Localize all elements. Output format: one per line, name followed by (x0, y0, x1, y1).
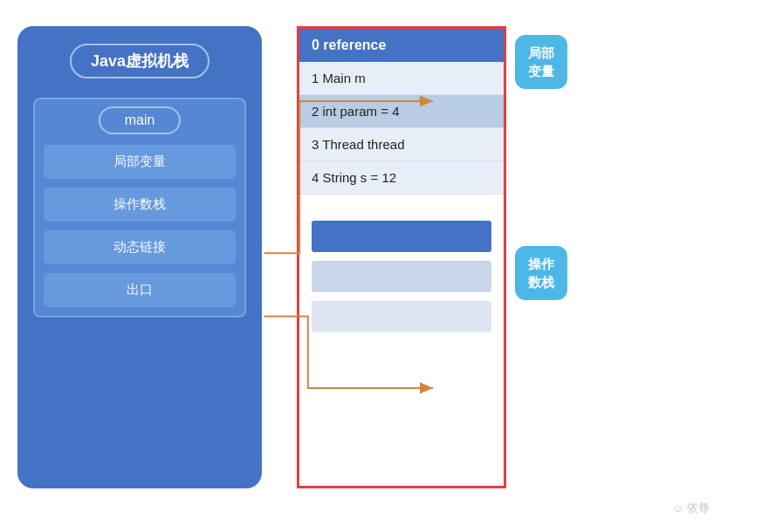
main-container: Java虚拟机栈 main 局部变量 操作数栈 动态链接 出口 (0, 0, 762, 515)
jvm-title: Java虚拟机栈 (70, 44, 209, 78)
table-row-2: 2 int param = 4 (299, 95, 504, 128)
operand-row-3 (312, 301, 491, 332)
frame-title: main (99, 106, 182, 134)
frame-title-wrapper: main (35, 99, 244, 145)
jvm-title-wrapper: Java虚拟机栈 (33, 44, 246, 78)
local-var-label: 局部变量 (515, 35, 567, 89)
operand-row-1 (312, 221, 491, 252)
frame-item-operand-stack: 操作数栈 (44, 188, 236, 222)
operand-stack-label: 操作数栈 (515, 246, 567, 300)
table-spacer (299, 194, 504, 221)
operand-row-2 (312, 261, 491, 292)
frame-item-local-var: 局部变量 (44, 145, 236, 179)
table-row-4: 4 String s = 12 (299, 161, 504, 194)
frame-item-exit: 出口 (44, 273, 236, 307)
label-area: 局部变量 操作数栈 (515, 26, 567, 300)
watermark: ☺ 依尊 (672, 501, 710, 516)
frame-items: 局部变量 操作数栈 动态链接 出口 (35, 145, 244, 316)
jvm-stack: Java虚拟机栈 main 局部变量 操作数栈 动态链接 出口 (17, 26, 262, 488)
frame-item-dynamic-link: 动态链接 (44, 230, 236, 264)
operand-section (299, 221, 504, 344)
table-row-1: 1 Main m (299, 62, 504, 95)
stack-frame-main: main 局部变量 操作数栈 动态链接 出口 (33, 98, 246, 317)
table-header: 0 reference (299, 29, 504, 62)
table-panel: 0 reference 1 Main m 2 int param = 4 3 T… (297, 26, 506, 488)
table-row-3: 3 Thread thread (299, 128, 504, 161)
